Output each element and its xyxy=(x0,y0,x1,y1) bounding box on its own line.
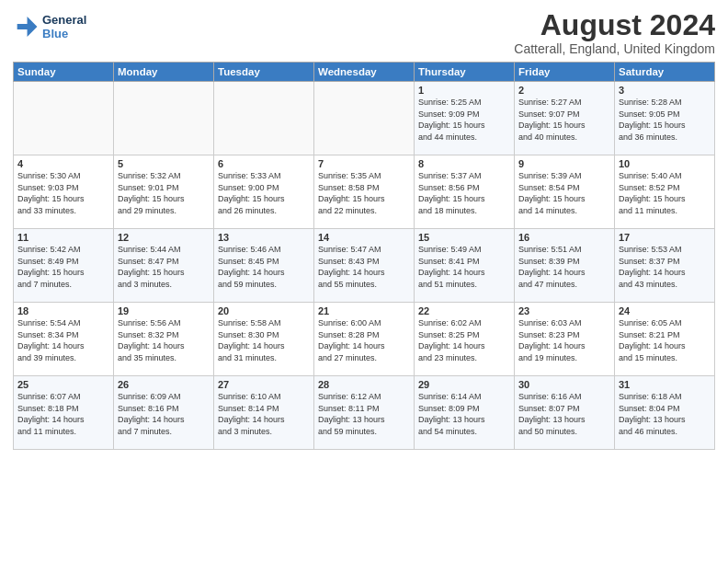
calendar-header: Sunday Monday Tuesday Wednesday Thursday… xyxy=(14,63,715,82)
day-info: Sunrise: 6:05 AM Sunset: 8:21 PM Dayligh… xyxy=(619,317,711,363)
day-info: Sunrise: 5:28 AM Sunset: 9:05 PM Dayligh… xyxy=(619,97,711,143)
day-number: 16 xyxy=(518,232,610,243)
calendar-cell: 15Sunrise: 5:49 AM Sunset: 8:41 PM Dayli… xyxy=(415,229,515,303)
calendar-cell: 22Sunrise: 6:02 AM Sunset: 8:25 PM Dayli… xyxy=(415,303,515,376)
calendar-cell: 21Sunrise: 6:00 AM Sunset: 8:28 PM Dayli… xyxy=(314,303,415,376)
logo-text-blue: Blue xyxy=(42,27,86,40)
col-tuesday: Tuesday xyxy=(214,63,314,82)
day-number: 4 xyxy=(17,158,109,169)
calendar-cell: 11Sunrise: 5:42 AM Sunset: 8:49 PM Dayli… xyxy=(14,229,114,303)
col-saturday: Saturday xyxy=(615,63,715,82)
day-info: Sunrise: 6:02 AM Sunset: 8:25 PM Dayligh… xyxy=(418,317,510,363)
day-number: 19 xyxy=(118,305,210,316)
day-info: Sunrise: 5:25 AM Sunset: 9:09 PM Dayligh… xyxy=(418,97,510,143)
title-block: August 2024 Catterall, England, United K… xyxy=(514,9,715,56)
col-monday: Monday xyxy=(114,63,214,82)
day-number: 22 xyxy=(418,305,510,316)
logo-icon xyxy=(13,14,39,40)
calendar-cell: 26Sunrise: 6:09 AM Sunset: 8:16 PM Dayli… xyxy=(114,376,214,450)
calendar-cell: 2Sunrise: 5:27 AM Sunset: 9:07 PM Daylig… xyxy=(515,82,615,155)
day-info: Sunrise: 5:39 AM Sunset: 8:54 PM Dayligh… xyxy=(518,170,610,216)
day-info: Sunrise: 5:32 AM Sunset: 9:01 PM Dayligh… xyxy=(118,170,210,216)
header-row: Sunday Monday Tuesday Wednesday Thursday… xyxy=(14,63,715,82)
day-number: 12 xyxy=(118,232,210,243)
calendar-cell: 28Sunrise: 6:12 AM Sunset: 8:11 PM Dayli… xyxy=(314,376,415,450)
col-friday: Friday xyxy=(515,63,615,82)
day-info: Sunrise: 6:14 AM Sunset: 8:09 PM Dayligh… xyxy=(418,391,510,437)
calendar-cell: 12Sunrise: 5:44 AM Sunset: 8:47 PM Dayli… xyxy=(114,229,214,303)
calendar-week-1: 1Sunrise: 5:25 AM Sunset: 9:09 PM Daylig… xyxy=(14,82,715,155)
col-thursday: Thursday xyxy=(415,63,515,82)
calendar: Sunday Monday Tuesday Wednesday Thursday… xyxy=(13,62,715,450)
day-info: Sunrise: 5:47 AM Sunset: 8:43 PM Dayligh… xyxy=(318,244,410,290)
day-info: Sunrise: 5:56 AM Sunset: 8:32 PM Dayligh… xyxy=(118,317,210,363)
day-number: 14 xyxy=(318,232,410,243)
day-info: Sunrise: 5:42 AM Sunset: 8:49 PM Dayligh… xyxy=(17,244,109,290)
calendar-week-2: 4Sunrise: 5:30 AM Sunset: 9:03 PM Daylig… xyxy=(14,155,715,229)
calendar-cell: 17Sunrise: 5:53 AM Sunset: 8:37 PM Dayli… xyxy=(615,229,715,303)
day-number: 29 xyxy=(418,379,510,390)
day-number: 13 xyxy=(218,232,310,243)
calendar-cell xyxy=(14,82,114,155)
day-info: Sunrise: 5:46 AM Sunset: 8:45 PM Dayligh… xyxy=(218,244,310,290)
calendar-cell: 3Sunrise: 5:28 AM Sunset: 9:05 PM Daylig… xyxy=(615,82,715,155)
day-number: 11 xyxy=(17,232,109,243)
calendar-week-5: 25Sunrise: 6:07 AM Sunset: 8:18 PM Dayli… xyxy=(14,376,715,450)
day-number: 30 xyxy=(518,379,610,390)
day-number: 20 xyxy=(218,305,310,316)
day-info: Sunrise: 5:35 AM Sunset: 8:58 PM Dayligh… xyxy=(318,170,410,216)
day-info: Sunrise: 6:10 AM Sunset: 8:14 PM Dayligh… xyxy=(218,391,310,437)
day-info: Sunrise: 5:33 AM Sunset: 9:00 PM Dayligh… xyxy=(218,170,310,216)
calendar-cell: 1Sunrise: 5:25 AM Sunset: 9:09 PM Daylig… xyxy=(415,82,515,155)
day-number: 18 xyxy=(17,305,109,316)
day-info: Sunrise: 5:27 AM Sunset: 9:07 PM Dayligh… xyxy=(518,97,610,143)
day-number: 15 xyxy=(418,232,510,243)
day-info: Sunrise: 5:49 AM Sunset: 8:41 PM Dayligh… xyxy=(418,244,510,290)
day-number: 26 xyxy=(118,379,210,390)
day-info: Sunrise: 6:03 AM Sunset: 8:23 PM Dayligh… xyxy=(518,317,610,363)
day-info: Sunrise: 5:44 AM Sunset: 8:47 PM Dayligh… xyxy=(118,244,210,290)
day-number: 23 xyxy=(518,305,610,316)
day-number: 28 xyxy=(318,379,410,390)
day-number: 5 xyxy=(118,158,210,169)
calendar-cell xyxy=(314,82,415,155)
day-number: 21 xyxy=(318,305,410,316)
day-number: 6 xyxy=(218,158,310,169)
calendar-cell: 27Sunrise: 6:10 AM Sunset: 8:14 PM Dayli… xyxy=(214,376,314,450)
day-info: Sunrise: 6:00 AM Sunset: 8:28 PM Dayligh… xyxy=(318,317,410,363)
day-info: Sunrise: 5:37 AM Sunset: 8:56 PM Dayligh… xyxy=(418,170,510,216)
calendar-cell xyxy=(114,82,214,155)
calendar-cell: 19Sunrise: 5:56 AM Sunset: 8:32 PM Dayli… xyxy=(114,303,214,376)
calendar-cell: 7Sunrise: 5:35 AM Sunset: 8:58 PM Daylig… xyxy=(314,155,415,229)
day-info: Sunrise: 5:40 AM Sunset: 8:52 PM Dayligh… xyxy=(619,170,711,216)
calendar-cell: 24Sunrise: 6:05 AM Sunset: 8:21 PM Dayli… xyxy=(615,303,715,376)
day-info: Sunrise: 5:53 AM Sunset: 8:37 PM Dayligh… xyxy=(619,244,711,290)
day-number: 2 xyxy=(518,85,610,96)
logo-text-general: General xyxy=(42,13,86,27)
calendar-cell: 31Sunrise: 6:18 AM Sunset: 8:04 PM Dayli… xyxy=(615,376,715,450)
col-sunday: Sunday xyxy=(14,63,114,82)
calendar-cell: 18Sunrise: 5:54 AM Sunset: 8:34 PM Dayli… xyxy=(14,303,114,376)
calendar-cell: 13Sunrise: 5:46 AM Sunset: 8:45 PM Dayli… xyxy=(214,229,314,303)
calendar-cell: 30Sunrise: 6:16 AM Sunset: 8:07 PM Dayli… xyxy=(515,376,615,450)
day-number: 31 xyxy=(619,379,711,390)
day-info: Sunrise: 5:51 AM Sunset: 8:39 PM Dayligh… xyxy=(518,244,610,290)
calendar-cell: 23Sunrise: 6:03 AM Sunset: 8:23 PM Dayli… xyxy=(515,303,615,376)
day-number: 10 xyxy=(619,158,711,169)
calendar-cell: 16Sunrise: 5:51 AM Sunset: 8:39 PM Dayli… xyxy=(515,229,615,303)
calendar-cell: 8Sunrise: 5:37 AM Sunset: 8:56 PM Daylig… xyxy=(415,155,515,229)
day-number: 25 xyxy=(17,379,109,390)
calendar-cell: 10Sunrise: 5:40 AM Sunset: 8:52 PM Dayli… xyxy=(615,155,715,229)
calendar-cell: 14Sunrise: 5:47 AM Sunset: 8:43 PM Dayli… xyxy=(314,229,415,303)
day-number: 3 xyxy=(619,85,711,96)
calendar-week-4: 18Sunrise: 5:54 AM Sunset: 8:34 PM Dayli… xyxy=(14,303,715,376)
calendar-cell: 9Sunrise: 5:39 AM Sunset: 8:54 PM Daylig… xyxy=(515,155,615,229)
day-info: Sunrise: 6:18 AM Sunset: 8:04 PM Dayligh… xyxy=(619,391,711,437)
calendar-cell: 6Sunrise: 5:33 AM Sunset: 9:00 PM Daylig… xyxy=(214,155,314,229)
day-number: 9 xyxy=(518,158,610,169)
calendar-week-3: 11Sunrise: 5:42 AM Sunset: 8:49 PM Dayli… xyxy=(14,229,715,303)
day-number: 7 xyxy=(318,158,410,169)
day-info: Sunrise: 6:16 AM Sunset: 8:07 PM Dayligh… xyxy=(518,391,610,437)
calendar-cell: 5Sunrise: 5:32 AM Sunset: 9:01 PM Daylig… xyxy=(114,155,214,229)
day-number: 1 xyxy=(418,85,510,96)
